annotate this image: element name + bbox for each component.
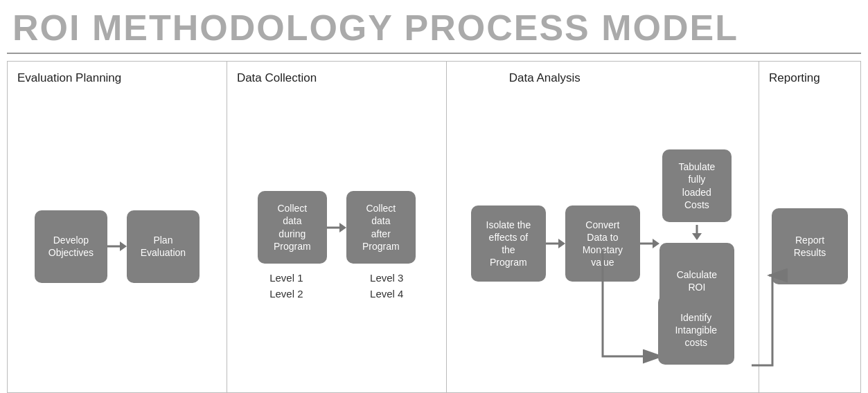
- arrow-tabulate-to-calculate: [691, 225, 702, 240]
- page-title: ROI METHODOLOGY PROCESS MODEL: [7, 7, 861, 54]
- diagram: Evaluation Planning Develop Objectives P…: [7, 61, 861, 393]
- arrow-isolate-to-convert: [546, 238, 565, 249]
- section-eval-planning: Evaluation Planning Develop Objectives P…: [8, 62, 227, 392]
- box-develop-objectives: Develop Objectives: [35, 210, 107, 283]
- arrow-develop-to-plan: [107, 241, 127, 252]
- box-isolate-effects: Isolate the effects of the Program: [471, 205, 546, 282]
- data-collection-row: Collect data during Program Collect data…: [258, 191, 416, 264]
- box-convert-data: Convert Data to Monetary value: [565, 205, 640, 282]
- level-labels: Level 1 Level 2 Level 3 Level 4: [233, 271, 441, 302]
- eval-planning-header: Evaluation Planning: [8, 62, 227, 100]
- section-data-analysis: Data Analysis Isolate the effects of the…: [447, 62, 759, 392]
- arrow-during-to-after: [327, 222, 346, 233]
- box-collect-during: Collect data during Program: [258, 191, 327, 264]
- data-collection-inner: Collect data during Program Collect data…: [227, 191, 446, 302]
- eval-planning-row: Develop Objectives Plan Evaluation: [8, 210, 227, 283]
- level-label-left: Level 1 Level 2: [236, 271, 337, 302]
- reporting-header: Reporting: [759, 62, 860, 100]
- arrow-convert-to-calculate: [640, 238, 659, 249]
- data-collection-content: Collect data during Program Collect data…: [227, 100, 446, 392]
- box-tabulate-costs: Tabulate fully loaded Costs: [662, 149, 732, 222]
- page: ROI METHODOLOGY PROCESS MODEL Evaluation…: [0, 0, 868, 393]
- box-collect-after: Collect data after Program: [346, 191, 416, 264]
- level-label-right: Level 3 Level 4: [337, 271, 437, 302]
- box-plan-evaluation: Plan Evaluation: [127, 210, 200, 283]
- section-data-collection: Data Collection Collect data during Prog…: [227, 62, 447, 392]
- box-report-results: Report Results: [772, 208, 848, 284]
- section-reporting: Reporting Report Results: [759, 62, 860, 392]
- eval-planning-content: Develop Objectives Plan Evaluation: [8, 100, 227, 392]
- box-intangible-costs: Identify Intangible costs: [658, 295, 734, 365]
- reporting-content: Report Results: [759, 100, 860, 392]
- data-analysis-header: Data Analysis: [447, 62, 759, 100]
- data-analysis-content: Isolate the effects of the Program Conve…: [447, 100, 759, 392]
- data-collection-header: Data Collection: [227, 62, 446, 100]
